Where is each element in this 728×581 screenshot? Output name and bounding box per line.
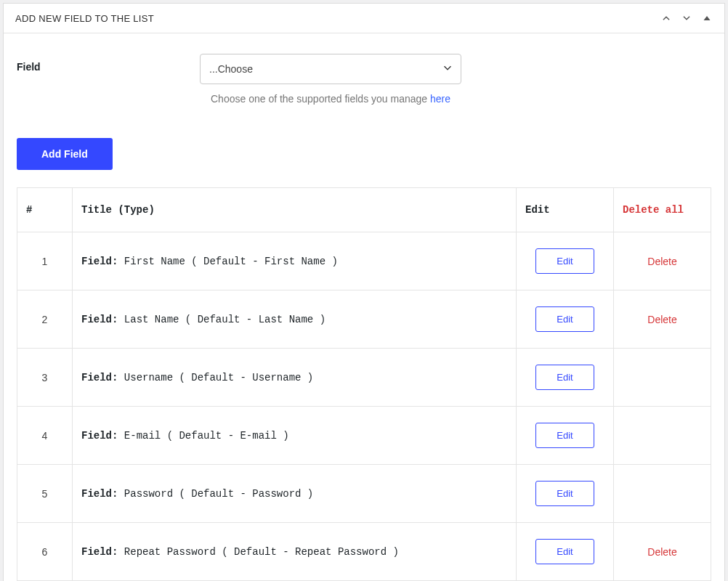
move-down-icon[interactable] [681,12,692,24]
delete-button[interactable]: Delete [647,546,676,558]
help-text-prefix: Choose one of the supported fields you m… [211,93,430,105]
panel-controls [660,12,713,24]
panel-header: ADD NEW FIELD TO THE LIST [4,4,724,33]
row-field-text: Repeat Password ( Default - Repeat Passw… [124,546,399,558]
row-title: Field: Username ( Default - Username ) [73,349,517,407]
row-delete-cell [614,465,711,523]
edit-button[interactable]: Edit [535,539,594,564]
table-row: 1Field: First Name ( Default - First Nam… [17,232,711,290]
field-row: Field ...Choose Choose one of the suppor… [17,54,711,105]
edit-button[interactable]: Edit [535,423,594,448]
row-field-label: Field: [81,430,118,442]
move-up-icon[interactable] [660,12,672,24]
edit-button[interactable]: Edit [535,365,594,390]
row-number: 2 [17,290,73,349]
row-field-label: Field: [81,546,118,558]
delete-all-button[interactable]: Delete all [614,188,711,232]
row-field-text: E-mail ( Default - E-mail ) [124,430,289,442]
table-row: 4Field: E-mail ( Default - E-mail )Edit [17,407,711,465]
help-text: Choose one of the supported fields you m… [200,93,461,105]
table-row: 3Field: Username ( Default - Username )E… [17,349,711,407]
edit-button[interactable]: Edit [535,306,594,332]
row-field-label: Field: [81,256,118,267]
row-delete-cell: Delete [614,523,711,581]
row-edit-cell: Edit [517,407,614,465]
add-field-panel: ADD NEW FIELD TO THE LIST Field ...Choos… [3,3,725,581]
row-field-label: Field: [81,372,118,383]
col-header-edit: Edit [517,188,614,232]
table-row: 5Field: Password ( Default - Password )E… [17,465,711,523]
row-number: 4 [17,407,73,465]
row-field-label: Field: [81,488,118,500]
col-header-title: Title (Type) [73,188,517,232]
row-delete-cell [614,349,711,407]
edit-button[interactable]: Edit [535,248,594,274]
panel-title: ADD NEW FIELD TO THE LIST [15,13,660,24]
table-row: 6Field: Repeat Password ( Default - Repe… [17,523,711,581]
field-select[interactable]: ...Choose [200,54,461,84]
fields-table: # Title (Type) Edit Delete all 1Field: F… [17,187,711,581]
col-header-num: # [17,188,73,232]
add-field-button[interactable]: Add Field [17,138,113,170]
row-edit-cell: Edit [517,523,614,581]
svg-marker-0 [704,16,711,20]
row-title: Field: First Name ( Default - First Name… [73,232,517,290]
row-field-label: Field: [81,314,118,325]
row-delete-cell: Delete [614,290,711,349]
table-row: 2Field: Last Name ( Default - Last Name … [17,290,711,349]
row-edit-cell: Edit [517,290,614,349]
panel-body: Field ...Choose Choose one of the suppor… [4,33,724,581]
row-edit-cell: Edit [517,465,614,523]
row-field-text: Last Name ( Default - Last Name ) [124,314,325,325]
row-field-text: First Name ( Default - First Name ) [124,256,338,267]
row-title: Field: E-mail ( Default - E-mail ) [73,407,517,465]
delete-button[interactable]: Delete [647,314,676,325]
edit-button[interactable]: Edit [535,481,594,506]
row-field-text: Username ( Default - Username ) [124,372,313,383]
collapse-icon[interactable] [701,12,713,24]
delete-button[interactable]: Delete [647,256,676,267]
row-field-text: Password ( Default - Password ) [124,488,313,500]
row-delete-cell [614,407,711,465]
row-edit-cell: Edit [517,232,614,290]
row-number: 1 [17,232,73,290]
row-delete-cell: Delete [614,232,711,290]
field-label: Field [17,54,200,73]
field-control: ...Choose Choose one of the supported fi… [200,54,461,105]
row-edit-cell: Edit [517,349,614,407]
row-number: 3 [17,349,73,407]
row-title: Field: Repeat Password ( Default - Repea… [73,523,517,581]
row-title: Field: Password ( Default - Password ) [73,465,517,523]
row-number: 6 [17,523,73,581]
help-link[interactable]: here [430,93,450,105]
row-number: 5 [17,465,73,523]
row-title: Field: Last Name ( Default - Last Name ) [73,290,517,349]
